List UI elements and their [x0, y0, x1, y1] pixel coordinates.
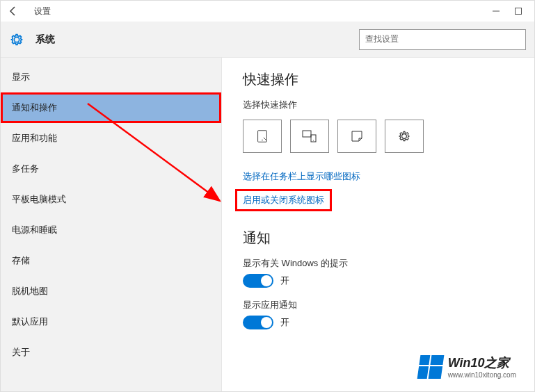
- sidebar-item-notifications[interactable]: 通知和操作: [1, 92, 221, 123]
- sidebar-item-storage[interactable]: 存储: [1, 245, 221, 276]
- window-title: 设置: [34, 6, 51, 17]
- content-area: 快速操作 选择快速操作 选择在任务栏上显示哪些图标 启用或关闭系统图标 通知 显…: [222, 58, 534, 392]
- watermark-brand: Win10之家: [448, 354, 516, 371]
- minimize-button[interactable]: [491, 6, 501, 16]
- sidebar-item-label: 存储: [12, 254, 30, 267]
- gear-icon: [9, 32, 24, 47]
- sidebar-item-label: 多任务: [12, 163, 39, 175]
- sidebar-item-apps[interactable]: 应用和功能: [1, 123, 221, 154]
- section-title: 系统: [35, 33, 55, 46]
- toggle-windows-tips-state: 开: [280, 275, 289, 287]
- svg-point-6: [313, 140, 314, 140]
- option-app-notifications-label: 显示应用通知: [243, 299, 534, 311]
- connect-icon: [301, 129, 318, 143]
- sidebar-item-power[interactable]: 电源和睡眠: [1, 215, 221, 245]
- toggle-app-notifications[interactable]: [243, 316, 273, 329]
- svg-rect-1: [516, 8, 522, 15]
- sidebar-item-label: 通知和操作: [12, 101, 57, 114]
- note-icon: [350, 129, 364, 143]
- settings-icon: [397, 129, 411, 143]
- quick-action-connect[interactable]: [290, 120, 329, 153]
- tablet-icon: [255, 129, 270, 144]
- quick-action-tablet[interactable]: [243, 120, 282, 153]
- sidebar-item-default-apps[interactable]: 默认应用: [1, 307, 221, 337]
- sidebar-item-display[interactable]: 显示: [1, 62, 221, 92]
- link-system-icons[interactable]: 启用或关闭系统图标: [237, 191, 330, 209]
- quick-action-note[interactable]: [337, 120, 376, 153]
- windows-logo-icon: [417, 355, 444, 379]
- back-arrow-icon: [8, 6, 19, 17]
- toggle-windows-tips[interactable]: [243, 274, 273, 288]
- toggle-app-notifications-state: 开: [280, 316, 289, 329]
- maximize-button[interactable]: [513, 6, 523, 16]
- header: 系统 查找设置: [1, 22, 534, 58]
- sidebar-item-tablet[interactable]: 平板电脑模式: [1, 184, 221, 215]
- quick-action-settings[interactable]: [385, 120, 424, 153]
- notifications-heading: 通知: [243, 229, 534, 247]
- maximize-icon: [514, 7, 522, 15]
- link-taskbar-icons[interactable]: 选择在任务栏上显示哪些图标: [243, 170, 360, 183]
- window-controls: [491, 6, 532, 16]
- watermark-url: www.win10xitong.com: [448, 371, 516, 379]
- sidebar-item-label: 关于: [12, 346, 30, 359]
- sidebar-item-maps[interactable]: 脱机地图: [1, 276, 221, 307]
- minimize-icon: [492, 7, 500, 15]
- quick-actions-heading: 快速操作: [243, 70, 534, 89]
- sidebar-item-label: 平板电脑模式: [12, 193, 66, 206]
- quick-actions-subtitle: 选择快速操作: [243, 99, 534, 111]
- sidebar-item-label: 电源和睡眠: [12, 224, 57, 236]
- sidebar-item-multitask[interactable]: 多任务: [1, 154, 221, 184]
- titlebar: 设置: [1, 1, 534, 22]
- watermark: Win10之家 www.win10xitong.com: [419, 354, 516, 379]
- search-input[interactable]: 查找设置: [359, 29, 526, 50]
- sidebar-item-label: 脱机地图: [12, 285, 48, 297]
- search-placeholder: 查找设置: [365, 33, 399, 45]
- quick-actions-row: [243, 120, 534, 153]
- svg-rect-4: [303, 131, 311, 137]
- option-windows-tips-label: 显示有关 Windows 的提示: [243, 257, 534, 270]
- back-button[interactable]: [3, 1, 23, 21]
- sidebar-item-about[interactable]: 关于: [1, 337, 221, 368]
- sidebar-item-label: 应用和功能: [12, 132, 57, 145]
- svg-point-3: [262, 140, 262, 140]
- sidebar-item-label: 默认应用: [12, 316, 48, 328]
- sidebar-item-label: 显示: [12, 71, 30, 83]
- sidebar: 显示 通知和操作 应用和功能 多任务 平板电脑模式 电源和睡眠 存储 脱机地图 …: [1, 58, 222, 392]
